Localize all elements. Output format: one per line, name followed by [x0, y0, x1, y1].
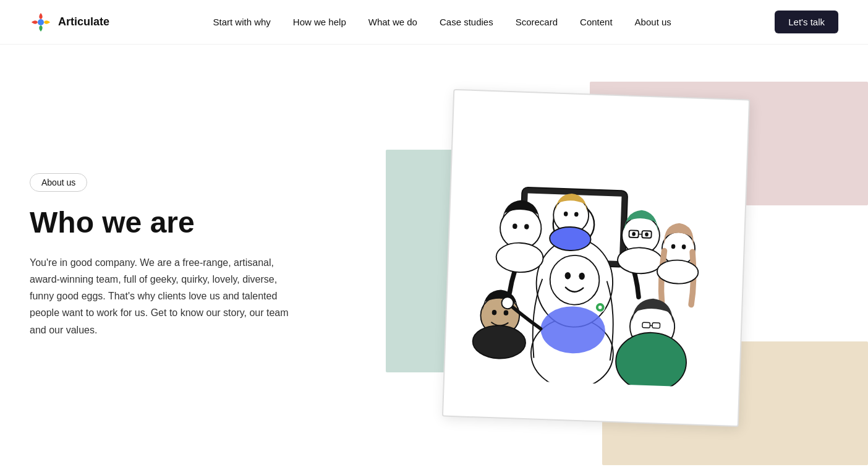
main-nav: Start with why How we help What we do Ca… [213, 17, 671, 27]
nav-content[interactable]: Content [580, 17, 613, 27]
svg-point-0 [38, 19, 44, 25]
site-header: Articulate Start with why How we help Wh… [0, 0, 868, 45]
nav-scorecard[interactable]: Scorecard [516, 17, 558, 27]
nav-case-studies[interactable]: Case studies [440, 17, 493, 27]
main-content: About us Who we are You're in good compa… [0, 45, 868, 467]
nav-what-we-do[interactable]: What we do [368, 17, 417, 27]
logo-icon [30, 11, 52, 33]
team-illustration [457, 103, 736, 388]
lets-talk-button[interactable]: Let's talk [775, 11, 838, 33]
polaroid-frame [442, 89, 750, 427]
logo-area[interactable]: Articulate [30, 11, 109, 33]
nav-about-us[interactable]: About us [635, 17, 671, 27]
hero-title: Who we are [30, 207, 339, 239]
nav-how-we-help[interactable]: How we help [293, 17, 346, 27]
about-badge: About us [30, 173, 87, 192]
nav-start-with-why[interactable]: Start with why [213, 17, 270, 27]
svg-point-43 [501, 297, 514, 309]
left-content: About us Who we are You're in good compa… [30, 173, 339, 338]
polaroid-inner [457, 103, 736, 388]
logo-name: Articulate [58, 15, 109, 28]
hero-illustration [386, 82, 868, 465]
hero-body: You're in good company. We are a free-ra… [30, 254, 296, 338]
